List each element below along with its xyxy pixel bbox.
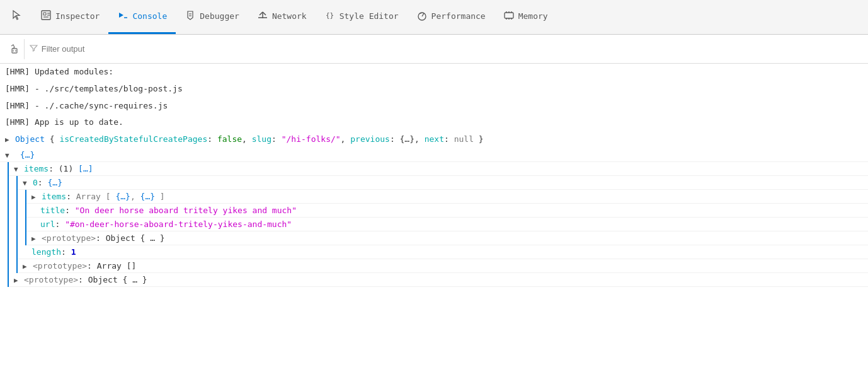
toolbar-style-editor[interactable]: {} Style Editor (316, 0, 408, 34)
console-label: Console (132, 11, 167, 21)
console-object-line[interactable]: Object { isCreatedByStatefulCreatePages … (0, 131, 868, 148)
tree-title-row: title : "On deer horse aboard tritely yi… (26, 204, 868, 218)
svg-rect-14 (505, 13, 513, 18)
expand-arrow-items-nested[interactable] (31, 193, 40, 201)
toolbar-memory[interactable]: Memory (494, 0, 557, 34)
console-line-hmr-2: [HMR] - ./src/templates/blog-post.js (0, 81, 868, 98)
svg-rect-21 (12, 49, 17, 53)
inspector-label: Inspector (55, 11, 100, 21)
tree-url-row: url : "#on-deer-horse-aboard-tritely-yik… (26, 218, 868, 231)
tree-proto2-row[interactable]: <prototype> : Array [] (18, 259, 868, 273)
svg-text:{}: {} (326, 11, 334, 20)
network-label: Network (272, 11, 307, 21)
memory-label: Memory (518, 11, 548, 21)
toolbar-network[interactable]: Network (248, 0, 316, 34)
toolbar-cursor[interactable] (3, 0, 31, 34)
tree-root-row[interactable]: {…} (0, 148, 868, 162)
cursor-icon (11, 9, 23, 23)
debugger-icon (185, 9, 196, 23)
expand-arrow-proto2[interactable] (23, 262, 31, 271)
clear-console-button[interactable] (5, 39, 25, 59)
toolbar-performance[interactable]: Performance (408, 0, 494, 34)
tree-proto1-row[interactable]: <prototype> : Object { … } (26, 231, 868, 245)
console-output: [HMR] Updated modules: [HMR] - ./src/tem… (0, 64, 868, 391)
expand-arrow-object[interactable] (5, 134, 14, 146)
performance-icon (416, 9, 428, 23)
filter-icon (30, 44, 38, 54)
tree-items-nested-row[interactable]: items : Array [ {…} , {…} ] (26, 190, 868, 204)
console-line-hmr-3: [HMR] - ./.cache/sync-requires.js (0, 98, 868, 115)
console-line-hmr-1: [HMR] Updated modules: (0, 64, 868, 81)
tree-length-row: length : 1 (18, 245, 868, 259)
tree-items-row[interactable]: items : (1) […] (9, 162, 868, 176)
console-icon (117, 9, 128, 23)
toolbar-inspector[interactable]: Inspector (31, 0, 108, 34)
console-line-hmr-4: [HMR] App is up to date. (0, 114, 868, 131)
memory-icon (503, 9, 515, 23)
svg-rect-1 (43, 13, 46, 15)
toolbar: Inspector Console Debugger (0, 0, 868, 35)
collapse-arrow-item0[interactable] (23, 179, 31, 187)
expand-arrow-proto3[interactable] (14, 276, 23, 284)
performance-label: Performance (431, 11, 486, 21)
svg-marker-5 (119, 13, 123, 18)
debugger-label: Debugger (200, 11, 239, 21)
tree-proto3-row[interactable]: <prototype> : Object { … } (9, 273, 868, 287)
style-editor-icon: {} (324, 9, 336, 23)
filter-input[interactable] (42, 44, 863, 54)
filter-bar (0, 35, 868, 64)
collapse-arrow-root[interactable] (5, 151, 14, 160)
network-icon (257, 9, 268, 23)
toolbar-debugger[interactable]: Debugger (176, 0, 248, 34)
toolbar-console[interactable]: Console (108, 0, 176, 34)
inspector-icon (40, 9, 52, 23)
collapse-arrow-items[interactable] (14, 165, 23, 173)
tree-item0-row[interactable]: 0 : {…} (18, 176, 868, 190)
style-editor-label: Style Editor (340, 11, 399, 21)
expand-arrow-proto1[interactable] (31, 235, 40, 243)
